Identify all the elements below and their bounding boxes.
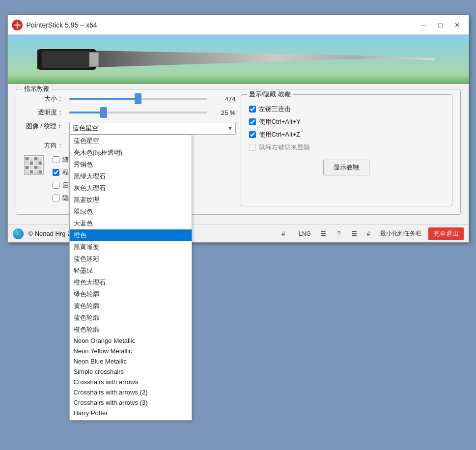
random-checkbox[interactable] [53,156,59,163]
dropdown-item[interactable]: 黑蓝纹理 [70,194,192,206]
hash-btn[interactable]: # [279,229,288,238]
dropdown-item[interactable]: Harry Potter [70,408,192,418]
grid-cell [38,157,42,161]
status-icon [13,228,24,239]
opacity-row: 透明度： 25 % [24,108,236,117]
select-container: 蓝色星空 ▼ 蓝色星空亮木色(绿框透明)秀铜色黑绿大理石灰色大理石黑蓝纹理翠绿色… [69,122,236,135]
triple-click-checkbox[interactable] [249,106,256,112]
grid-cell [38,166,42,169]
dropdown-scroll[interactable]: 蓝色星空亮木色(绿框透明)秀铜色黑绿大理石灰色大理石黑蓝纹理翠绿色大蓝色橙色黑黄… [70,135,192,420]
dropdown-item[interactable]: 黄色轮廓 [70,300,192,312]
question-btn[interactable]: ？ [333,228,345,239]
grid-cell [38,161,42,165]
size-slider-track [69,98,207,100]
banner [8,35,469,84]
size-value: 474 [211,95,236,103]
dropdown-item[interactable]: 橙色 [70,229,192,241]
image-select[interactable]: 蓝色星空 ▼ [69,122,236,135]
dropdown-item[interactable]: Crosshairs with arrows (3) [70,397,192,408]
dropdown-arrow-icon: ▼ [227,125,233,132]
group-title: 指示教鞭 [22,84,52,93]
filter-btn[interactable]: ☰ [318,229,329,238]
boot-start-checkbox[interactable] [53,182,59,189]
grid-cell [29,161,33,165]
filter2-btn[interactable]: ☰ [349,229,360,238]
dropdown-item[interactable]: 蓝色轮廓 [70,312,192,324]
window-controls: – □ ✕ [417,19,465,31]
grid-cell [34,170,38,174]
left-panel: 大小： 474 透明度： [24,94,236,206]
dropdown-item[interactable]: Crosshairs with arrows [70,377,192,387]
dropdown-item[interactable]: Crosshairs with arrows (2) [70,387,192,397]
close-button[interactable]: ✕ [450,19,465,31]
dropdown-item[interactable]: 橙色轮廓 [70,324,192,336]
ctrl-alt-y-checkbox[interactable] [249,118,256,125]
dropdown-item[interactable]: 蓝色迷彩 [70,253,192,265]
dropdown-item[interactable]: Neon Orange Metallic [70,336,192,346]
texture-grid [25,157,42,174]
quit-btn[interactable]: 完全退出 [428,227,464,240]
opacity-label: 透明度： [24,108,63,117]
dropdown-item[interactable]: Blue Harry [70,418,192,420]
minimize-button[interactable]: – [417,19,431,31]
opacity-slider-container: 25 % [69,109,236,116]
main-content: 指示教鞭 大小： 474 [8,84,469,225]
grid-cell [25,157,29,161]
main-window: PointerStick 5.95 – x64 – □ ✕ [7,15,469,243]
show-whip-button[interactable]: 显示教鞭 [323,160,369,175]
opacity-slider-thumb[interactable] [100,107,107,118]
maximize-button[interactable]: □ [433,19,448,31]
dropdown-item[interactable]: 绿色轮廓 [70,288,192,300]
dropdown-item[interactable]: 黑绿大理石 [70,170,192,182]
direction-label: 方向： [24,141,63,150]
status-actions: # LNG ☰ ？ ☰ # 最小化到任务栏 完全退出 [279,227,463,240]
controls-grid: 大小： 474 透明度： [24,94,452,206]
size-slider-container: 474 [69,95,236,103]
dropdown-item[interactable]: 翠绿色 [70,206,192,218]
grid-cell [29,157,33,161]
svg-rect-5 [42,51,91,68]
hide-mouse-checkbox[interactable] [53,195,59,201]
grid-cell [25,161,29,165]
grid-cell [25,166,29,169]
cb2-label: 使用Ctrl+Alt+Y [259,117,301,126]
hash2-btn[interactable]: # [364,229,373,238]
dropdown-item[interactable]: 秀铜色 [70,159,192,170]
lng-btn[interactable]: LNG [296,229,314,238]
size-label: 大小： [24,94,63,103]
dropdown-item[interactable]: Neon Yellow Metallic [70,346,192,356]
dropdown-item[interactable]: 亮木色(绿框透明) [70,147,192,159]
dropdown-item[interactable]: 大蓝色 [70,218,192,229]
window-title: PointerStick 5.95 – x64 [27,21,417,29]
dropdown-item[interactable]: 轻墨绿 [70,265,192,277]
size-slider-fill [69,98,139,100]
dropdown-item[interactable]: 灰色大理石 [70,182,192,194]
grid-cell [38,170,42,174]
right-checkboxes: 左键三连击 使用Ctrl+Alt+Y 使用Ctrl+Alt+Z 鼠标右 [249,105,444,152]
selected-option: 蓝色星空 [73,124,98,133]
grid-cell [29,170,33,174]
grid-cell [34,166,38,169]
right-panel-title: 显示/隐藏 教鞭 [247,90,293,99]
ctrl-alt-z-checkbox[interactable] [249,131,256,138]
cb3-label: 使用Ctrl+Alt+Z [259,130,301,139]
cb4-label: 鼠标右键切换显隐 [259,143,310,152]
size-row: 大小： 474 [24,94,236,103]
whip-group: 指示教鞭 大小： 474 [16,89,461,215]
dropdown-item[interactable]: Neon Blue Metallic [70,356,192,366]
dropdown-item[interactable]: 黑黄渐变 [70,241,192,253]
grid-cell [34,157,38,161]
titlebar: PointerStick 5.95 – x64 – □ ✕ [8,15,469,35]
size-slider-thumb[interactable] [135,93,141,104]
minimize-tray-btn[interactable]: 最小化到任务栏 [377,228,424,239]
dropdown-item[interactable]: 蓝色星空 [70,135,192,147]
texture-preview [24,155,44,175]
program-start-checkbox[interactable] [53,169,59,176]
image-label: 图像 / 纹理： [24,122,63,131]
dropdown-item[interactable]: Simple crosshairs [70,366,192,377]
stick-image [37,42,440,77]
right-click-toggle-checkbox[interactable] [249,144,256,151]
dropdown-item[interactable]: 橙色大理石 [70,277,192,288]
right-panel: 显示/隐藏 教鞭 左键三连击 使用Ctrl+Alt+Y 使用Ctrl+Al [241,94,452,206]
cb2-row: 使用Ctrl+Alt+Y [249,117,444,126]
